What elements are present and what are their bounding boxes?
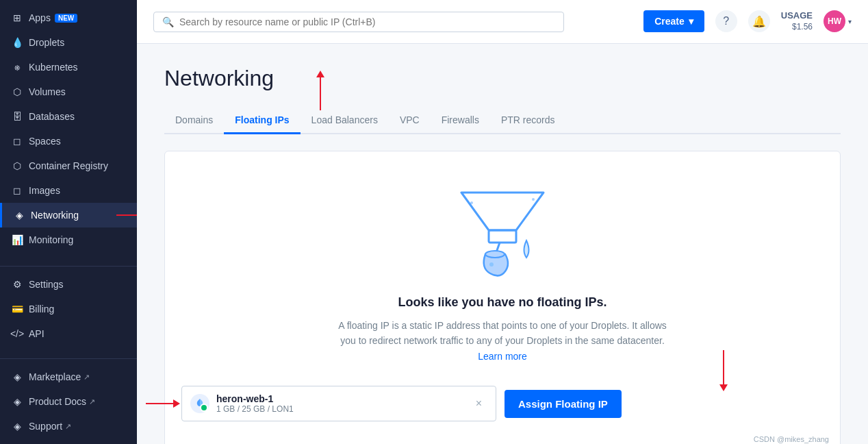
sidebar-item-monitoring[interactable]: 📊 Monitoring [0,227,137,252]
tab-firewalls[interactable]: Firewalls [431,108,490,134]
external-link-icon: ↗ [89,397,95,406]
networking-icon: ◈ [13,209,25,221]
svg-point-6 [532,198,535,201]
create-label: Create [654,16,685,27]
assign-floating-ip-button[interactable]: Assign Floating IP [505,390,622,418]
tab-floating-ips[interactable]: Floating IPs [224,108,300,134]
empty-state: Looks like you have no floating IPs. A f… [181,179,824,364]
monitoring-icon: 📊 [11,234,23,246]
help-icon: ? [723,15,729,27]
billing-icon: 💳 [11,303,23,315]
search-bar[interactable]: 🔍 [153,12,564,32]
sidebar-item-label: Kubernetes [29,62,78,73]
sidebar-item-droplets[interactable]: 💧 Droplets [0,30,137,55]
sidebar-item-settings[interactable]: ⚙ Settings [0,272,137,297]
arrow-line-v [320,77,321,110]
sidebar-item-label: Networking [31,210,79,221]
sidebar-item-label: Images [29,185,60,196]
learn-more-link[interactable]: Learn more [478,351,527,362]
sidebar-item-label: Monitoring [29,234,73,245]
header-right: Create ▾ ? 🔔 USAGE $1.56 HW ▾ [643,10,852,32]
funnel-illustration [448,179,557,282]
sidebar-item-label: Billing [29,304,54,314]
marketplace-icon: ◈ [11,371,23,383]
avatar-chevron-icon: ▾ [848,18,852,25]
sidebar-item-support[interactable]: ◈ Support ↗ [0,414,137,439]
sidebar-item-label: Settings [29,279,64,290]
sidebar-item-billing[interactable]: 💳 Billing [0,297,137,321]
sidebar-item-marketplace[interactable]: ◈ Marketplace ↗ [0,365,137,389]
support-icon: ◈ [11,420,23,432]
search-icon: 🔍 [162,16,174,27]
external-link-icon: ↗ [65,422,71,431]
arrow-head-down [719,384,728,391]
chevron-down-icon: ▾ [689,16,693,27]
tab-label: PTR records [501,114,555,125]
tab-label: Load Balancers [311,114,378,125]
tabs-wrapper: Domains Floating IPs Load Balancers VPC … [164,108,841,134]
clear-droplet-button[interactable]: × [470,395,487,412]
arrow-line-v [723,350,724,384]
notifications-button[interactable]: 🔔 [748,10,770,32]
droplet-info: heron-web-1 1 GB / 25 GB / LON1 [216,393,294,414]
api-icon: </> [11,328,23,340]
create-button[interactable]: Create ▾ [643,10,704,32]
sidebar-item-label: Apps [29,12,51,23]
card-footer: heron-web-1 1 GB / 25 GB / LON1 × [181,386,824,421]
sidebar-item-images[interactable]: ◻ Images [0,178,137,203]
assign-button-wrapper: Assign Floating IP [505,390,824,418]
arrow-left [116,211,137,219]
content-area: Networking Domains Floating IPs Load Bal… [137,44,868,444]
help-button[interactable]: ? [715,10,737,32]
page-title: Networking [164,66,841,91]
arrow-down-assign [719,350,728,391]
watermark: CSDN @mikes_zhang [754,435,829,443]
databases-icon: 🗄 [11,110,23,123]
avatar[interactable]: HW [824,10,845,32]
sidebar-item-label: Droplets [29,37,64,48]
sidebar-item-kubernetes[interactable]: ⎈ Kubernetes [0,55,137,79]
tab-domains[interactable]: Domains [164,108,224,134]
arrow-right-droplet [146,399,180,408]
sidebar-item-label: Databases [29,111,75,122]
tab-label: Firewalls [442,114,479,125]
sidebar-item-label: Product Docs [29,396,86,407]
tab-load-balancers[interactable]: Load Balancers [301,108,389,134]
apps-badge: NEW [55,14,77,23]
volumes-icon: ⬡ [11,86,23,98]
droplet-status-dot [190,394,209,413]
droplet-name: heron-web-1 [216,393,294,404]
sidebar-item-spaces[interactable]: ◻ Spaces [0,129,137,153]
sidebar-item-container-registry[interactable]: ⬡ Container Registry [0,153,137,178]
assign-label: Assign Floating IP [518,398,608,410]
tab-vpc[interactable]: VPC [389,108,431,134]
svg-rect-1 [489,230,516,243]
sidebar-item-product-docs[interactable]: ◈ Product Docs ↗ [0,389,137,414]
product-docs-icon: ◈ [11,395,23,408]
tabs: Domains Floating IPs Load Balancers VPC … [164,108,841,134]
droplets-icon: 💧 [11,36,23,49]
avatar-wrapper[interactable]: HW ▾ [824,10,852,32]
arrow-line [116,214,137,216]
sidebar-item-networking[interactable]: ◈ Networking [0,203,137,227]
sidebar-item-label: Volumes [29,86,66,97]
tab-ptr-records[interactable]: PTR records [490,108,566,134]
droplet-icon [194,398,205,409]
sidebar-item-api[interactable]: </> API [0,321,137,346]
kubernetes-icon: ⎈ [11,61,23,73]
bell-icon: 🔔 [752,15,766,28]
external-link-icon: ↗ [84,373,90,382]
sidebar-item-apps[interactable]: ⊞ Apps NEW [0,5,137,30]
search-input[interactable] [179,16,555,27]
images-icon: ◻ [11,184,23,197]
header: 🔍 Create ▾ ? 🔔 USAGE $1.56 HW ▾ [137,0,868,44]
sidebar-item-databases[interactable]: 🗄 Databases [0,104,137,129]
sidebar-item-volumes[interactable]: ⬡ Volumes [0,79,137,104]
settings-icon: ⚙ [11,278,23,291]
svg-point-5 [470,201,473,204]
empty-state-title: Looks like you have no floating IPs. [398,295,607,310]
sidebar-item-label: Support [29,421,62,432]
svg-marker-0 [461,193,544,230]
sidebar: ⊞ Apps NEW 💧 Droplets ⎈ Kubernetes ⬡ Vol… [0,0,137,444]
droplet-selector[interactable]: heron-web-1 1 GB / 25 GB / LON1 × [181,386,496,421]
